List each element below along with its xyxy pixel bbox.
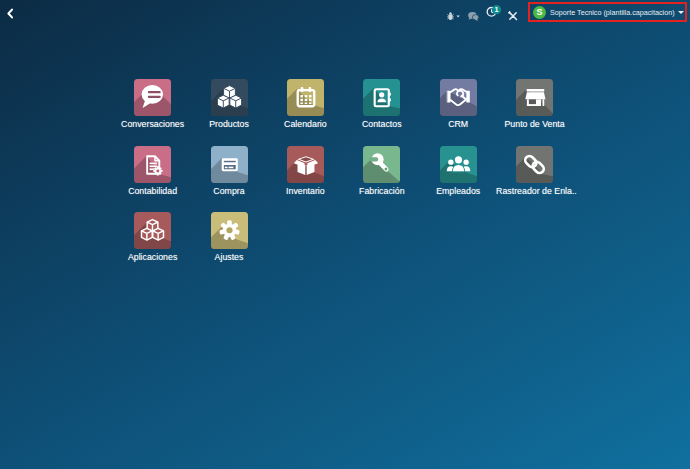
svg-text:1: 1: [495, 5, 499, 14]
